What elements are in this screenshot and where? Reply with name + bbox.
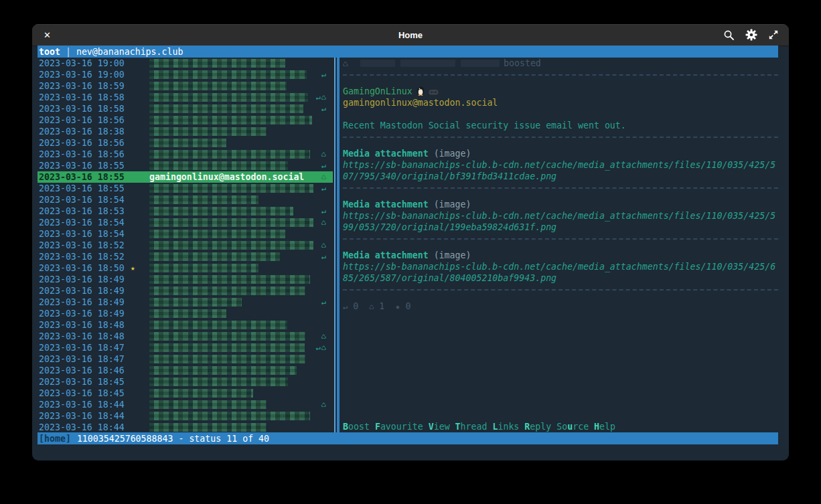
favourited-star-icon: ★	[131, 262, 135, 274]
timeline-row[interactable]: 2023-03-16 19:00	[38, 58, 333, 69]
row-timestamp: 2023-03-16 18:44	[39, 422, 125, 432]
redacted-booster-name	[400, 60, 455, 67]
display-name-text: GamingOnLinux	[343, 86, 413, 96]
timeline-row[interactable]: 2023-03-16 18:44♺	[38, 399, 333, 410]
timeline-row[interactable]: 2023-03-16 18:53↵	[38, 205, 333, 217]
row-timestamp: 2023-03-16 18:47	[39, 342, 125, 353]
timeline-row[interactable]: 2023-03-16 18:50★	[38, 262, 333, 274]
timeline-row[interactable]: 2023-03-16 18:59	[38, 80, 333, 92]
gear-icon[interactable]	[745, 29, 757, 41]
timeline-row[interactable]: 2023-03-16 18:54	[38, 194, 333, 205]
timeline-row[interactable]: 2023-03-16 18:47↵♺	[38, 342, 333, 353]
separator-line	[343, 137, 778, 138]
row-timestamp: 2023-03-16 18:58	[39, 103, 125, 114]
redacted-username	[149, 104, 303, 113]
timeline-row[interactable]: 2023-03-16 18:49	[38, 285, 333, 297]
menu-thread[interactable]: Thread	[455, 422, 488, 432]
menu-help[interactable]: Help	[594, 422, 615, 432]
terminal-window: ✕ Home toot | nev@bananachips.club 2023-…	[32, 24, 789, 460]
media-attachment-url[interactable]: https://sb-bananachips-club.b-cdn.net/ca…	[343, 261, 778, 284]
redacted-username	[149, 309, 226, 318]
timeline-row[interactable]: 2023-03-16 18:58↵♺	[38, 92, 333, 103]
timeline-row[interactable]: 2023-03-16 18:52↵	[38, 251, 333, 262]
redacted-username	[149, 332, 305, 341]
app-header-bar: toot | nev@bananachips.club	[38, 46, 778, 58]
menu-source[interactable]: Source	[556, 422, 589, 432]
attachment-label: Media attachment	[343, 199, 429, 209]
timeline-row[interactable]: 2023-03-16 18:55gamingonlinux@mastodon.s…	[38, 171, 333, 183]
row-timestamp: 2023-03-16 18:55	[39, 183, 125, 194]
timeline-row[interactable]: 2023-03-16 18:47	[38, 353, 333, 365]
attachment-kind: (image)	[434, 199, 471, 209]
close-button[interactable]: ✕	[41, 29, 54, 41]
timeline-pane: 2023-03-16 19:002023-03-16 19:00↵2023-03…	[38, 58, 333, 432]
pane-divider	[337, 58, 340, 432]
separator-line	[343, 289, 778, 290]
media-attachment-url[interactable]: https://sb-bananachips-club.b-cdn.net/ca…	[343, 210, 778, 233]
timeline-row[interactable]: 2023-03-16 18:54	[38, 228, 333, 240]
timeline-row[interactable]: 2023-03-16 18:48♺	[38, 331, 333, 342]
timeline-row[interactable]: 2023-03-16 18:56	[38, 137, 333, 149]
media-attachment-url[interactable]: https://sb-bananachips-club.b-cdn.net/ca…	[343, 159, 778, 182]
boosted-by-line: ♺boosted	[343, 58, 778, 69]
accelerator-key: B	[343, 422, 348, 432]
timeline-row[interactable]: 2023-03-16 18:54♺	[38, 217, 333, 228]
timeline-row[interactable]: 2023-03-16 18:49	[38, 274, 333, 285]
accelerator-key: V	[429, 422, 434, 432]
timeline-row[interactable]: 2023-03-16 18:49	[38, 308, 333, 319]
timeline-row[interactable]: 2023-03-16 18:45	[38, 376, 333, 388]
separator-line	[343, 74, 778, 76]
boost-icon: ♺	[321, 343, 327, 352]
row-timestamp: 2023-03-16 18:47	[39, 353, 125, 365]
row-flags: ♺	[321, 171, 327, 183]
timeline-row[interactable]: 2023-03-16 18:45	[38, 388, 333, 399]
timeline-row[interactable]: 2023-03-16 18:38	[38, 126, 333, 137]
timeline-scrollbar[interactable]	[334, 58, 335, 432]
row-flags: ↵	[321, 103, 327, 114]
redacted-username	[149, 286, 305, 295]
timeline-row[interactable]: 2023-03-16 18:58↵	[38, 103, 333, 114]
timeline-row[interactable]: 2023-03-16 18:52♺	[38, 240, 333, 251]
search-icon[interactable]	[723, 29, 735, 41]
row-timestamp: 2023-03-16 18:54	[39, 194, 125, 205]
status-bar: [home] 110035425760588843 - status 11 of…	[38, 432, 778, 444]
row-timestamp: 2023-03-16 18:49	[39, 297, 125, 308]
separator-line	[343, 238, 778, 240]
row-timestamp: 2023-03-16 18:58	[39, 92, 125, 103]
author-account: gamingonlinux@mastodon.social	[343, 97, 778, 108]
timeline-row[interactable]: 2023-03-16 18:44	[38, 410, 333, 422]
timeline-row[interactable]: 2023-03-16 18:44	[38, 422, 333, 432]
boost-icon: ♺	[321, 331, 327, 341]
redacted-username	[149, 343, 305, 352]
menu-view[interactable]: View	[429, 422, 450, 432]
attachment-label: Media attachment	[343, 149, 429, 159]
redacted-username	[149, 412, 310, 420]
timeline-row[interactable]: 2023-03-16 18:46	[38, 365, 333, 376]
boost-icon: ♺	[321, 172, 327, 181]
dashed-separator	[343, 289, 778, 301]
row-flags: ♺	[321, 217, 327, 228]
timeline-row[interactable]: 2023-03-16 18:56	[38, 114, 333, 126]
menu-links[interactable]: Links	[492, 422, 519, 432]
menu-favourite[interactable]: Favourite	[375, 422, 423, 432]
accelerator-key: H	[594, 422, 599, 432]
row-flags: ♺	[321, 240, 327, 251]
timeline-row[interactable]: 2023-03-16 18:49↵	[38, 297, 333, 308]
attachment-label: Media attachment	[343, 250, 429, 260]
row-timestamp: 2023-03-16 18:54	[39, 228, 125, 240]
redacted-username	[149, 241, 313, 250]
menu-boost[interactable]: Boost	[343, 422, 370, 432]
timeline-row[interactable]: 2023-03-16 18:48	[38, 319, 333, 331]
redacted-booster-name	[360, 60, 395, 67]
fullscreen-icon[interactable]	[768, 29, 779, 40]
row-timestamp: 2023-03-16 18:38	[39, 126, 125, 137]
timeline-row[interactable]: 2023-03-16 18:55↵	[38, 183, 333, 194]
row-timestamp: 2023-03-16 18:56	[39, 114, 125, 126]
timeline-row[interactable]: 2023-03-16 18:56♺	[38, 149, 333, 160]
star-count: 0	[400, 301, 411, 311]
menu-reply[interactable]: Reply	[524, 422, 551, 432]
timeline-row[interactable]: 2023-03-16 18:55↵	[38, 160, 333, 171]
timeline-row[interactable]: 2023-03-16 19:00↵	[38, 69, 333, 80]
redacted-username	[149, 264, 258, 272]
row-flags: ↵	[321, 205, 327, 217]
